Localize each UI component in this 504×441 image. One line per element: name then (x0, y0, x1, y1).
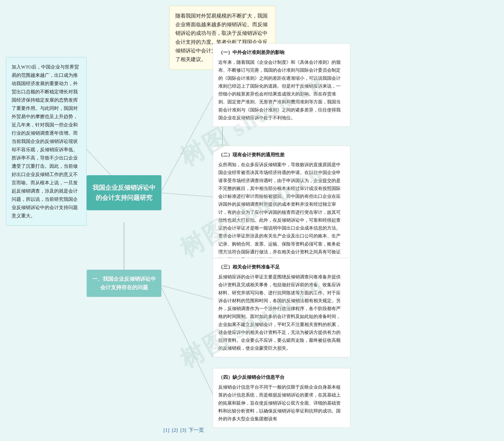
svg-line-5 (161, 287, 213, 394)
panel-2-text: 众所周知，在众多应诉反倾销案中，导致败诉的直接原因是中国企业经常被否决其市场经济… (218, 161, 345, 264)
panel-4-text: 反倾销会计信息平台不同于一般的仅限于反映企业自身基本核算的会计信息系统，而是根据… (218, 383, 345, 423)
left-info-text: 加入WTO后，中国企业与世界贸易的范围越来越广，出口成为推动我国经济发展的重要动… (12, 64, 79, 218)
panel-3: （三）相关会计资料准备不足 反倾销应诉的会计举证主要是围绕反倾销调查问卷准备并提… (213, 258, 350, 357)
panel-1: （一）中外会计准则差异的影响 近年来，随着我国《企业会计制度》和《具体会计准则》… (213, 43, 350, 127)
pagination[interactable]: [1] [2] [3] 下一页 (163, 427, 205, 434)
panel-1-title: （一）中外会计准则差异的影响 (218, 48, 345, 57)
svg-line-4 (161, 285, 213, 299)
panel-2-title: （二）现有会计资料的通用性差 (218, 151, 345, 159)
panel-3-title: （三）相关会计资料准备不足 (218, 263, 345, 271)
panel-4-title: （四）缺少反倾销会计信息平台 (218, 373, 345, 381)
section-title-box: 一、我国企业反倾销诉讼中会计支持存在的问题 (87, 270, 161, 297)
page-link-1[interactable]: [1] (163, 427, 169, 433)
left-info-box: 加入WTO后，中国企业与世界贸易的范围越来越广，出口成为推动我国经济发展的重要动… (6, 57, 87, 226)
page-link-3[interactable]: [3] (180, 427, 186, 433)
page-link-2[interactable]: [2] (172, 427, 178, 433)
main-title-text: 我国企业反倾销诉讼中的会计支持问题研究 (93, 184, 156, 201)
panel-2: （二）现有会计资料的通用性差 众所周知，在众多应诉反倾销案中，导致败诉的直接原因… (213, 146, 350, 269)
svg-line-2 (161, 96, 213, 191)
svg-line-3 (161, 193, 213, 197)
panel-4: （四）缺少反倾销会计信息平台 反倾销会计信息平台不同于一般的仅限于反映企业自身基… (213, 368, 350, 428)
panel-1-text: 近年来，随着我国《企业会计制度》和《具体会计准则》的颁布、不断修订与完善，我国的… (218, 59, 345, 122)
section-title-text: 一、我国企业反倾销诉讼中会计支持存在的问题 (92, 276, 156, 290)
page-next[interactable]: 下一页 (189, 427, 204, 433)
panel-3-text: 反倾销应诉的会计举证主要是围绕反倾销调查问卷准备并提供会计资料及完成相关事务，包… (218, 273, 345, 352)
main-title-box: 我国企业反倾销诉讼中的会计支持问题研究 (87, 175, 161, 210)
